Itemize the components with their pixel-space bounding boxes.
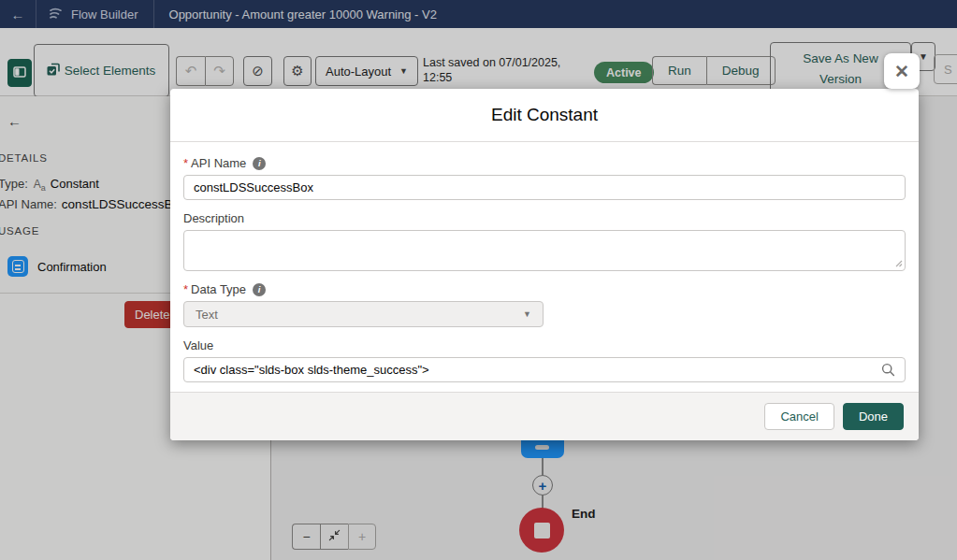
data-type-value: Text — [196, 308, 218, 322]
required-indicator: * — [183, 156, 188, 170]
modal-footer: Cancel Done — [170, 392, 919, 440]
modal-header: Edit Constant — [170, 89, 919, 142]
done-button[interactable]: Done — [843, 403, 904, 430]
description-field-label: Description — [183, 211, 244, 225]
modal-body: * API Name i Description * Data Type i — [170, 142, 919, 382]
api-name-input[interactable] — [183, 175, 906, 200]
resize-handle-icon[interactable] — [893, 258, 903, 267]
value-input[interactable] — [183, 357, 906, 382]
info-icon[interactable]: i — [253, 283, 266, 296]
data-type-label-row: * Data Type i — [183, 282, 906, 296]
data-type-select: Text ▼ — [183, 301, 544, 327]
chevron-down-icon: ▼ — [523, 309, 531, 319]
modal-close-button[interactable]: ✕ — [884, 53, 920, 89]
description-textarea[interactable] — [183, 230, 906, 271]
edit-constant-modal: Edit Constant * API Name i Description — [170, 89, 919, 440]
cancel-button[interactable]: Cancel — [764, 403, 834, 430]
value-field-label: Value — [183, 338, 213, 352]
api-name-field-label: API Name — [191, 156, 246, 170]
data-type-field-label: Data Type — [191, 282, 246, 296]
search-icon[interactable] — [881, 363, 895, 381]
api-name-label-row: * API Name i — [183, 156, 906, 170]
close-icon: ✕ — [894, 61, 909, 82]
info-icon[interactable]: i — [253, 157, 266, 170]
value-label-row: Value — [183, 338, 906, 352]
modal-title: Edit Constant — [491, 105, 598, 125]
required-indicator: * — [183, 282, 188, 296]
description-label-row: Description — [183, 211, 906, 225]
flow-builder-screen: ← Flow Builder Opportunity - Amount grea… — [0, 0, 957, 560]
